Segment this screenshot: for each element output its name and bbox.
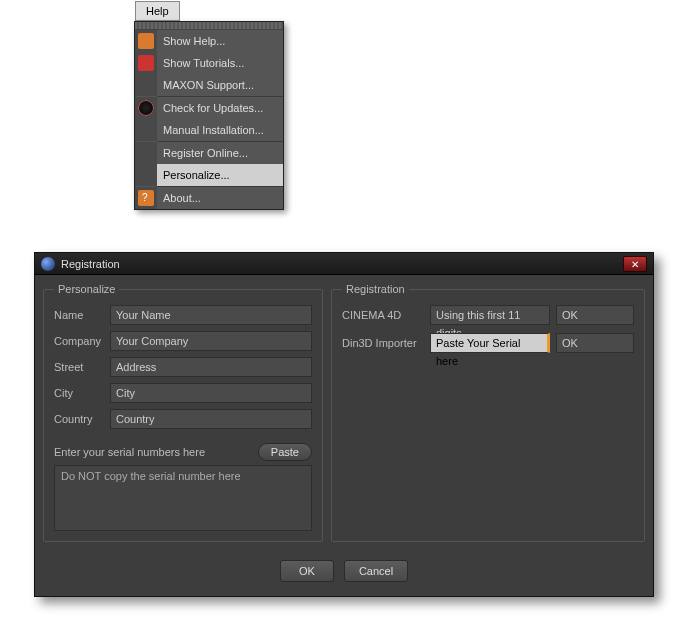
cinema4d-status: OK [556, 305, 634, 325]
close-button[interactable]: ✕ [623, 256, 647, 272]
menu-grip[interactable] [135, 22, 283, 30]
about-icon [138, 190, 154, 206]
din3d-status: OK [556, 333, 634, 353]
paste-button[interactable]: Paste [258, 443, 312, 461]
registration-group: Registration CINEMA 4D Using this first … [331, 283, 645, 542]
street-label: Street [54, 361, 110, 373]
app-icon [41, 257, 55, 271]
menu-item-check-updates[interactable]: Check for Updates... [135, 97, 283, 119]
personalize-group: Personalize Name Your Name Company Your … [43, 283, 323, 542]
serial-textarea[interactable]: Do NOT copy the serial number here [54, 465, 312, 531]
updates-icon [138, 100, 154, 116]
ok-button[interactable]: OK [280, 560, 334, 582]
company-label: Company [54, 335, 110, 347]
help-menu: Show Help... Show Tutorials... MAXON Sup… [134, 21, 284, 210]
cinema4d-label: CINEMA 4D [342, 309, 424, 321]
showhelp-icon [138, 33, 154, 49]
country-label: Country [54, 413, 110, 425]
menu-item-label: Personalize... [163, 169, 230, 181]
menu-item-personalize[interactable]: Personalize... [135, 164, 283, 186]
cancel-button[interactable]: Cancel [344, 560, 408, 582]
personalize-legend: Personalize [54, 283, 119, 295]
menu-item-about[interactable]: About... [135, 187, 283, 209]
tutorial-icon [138, 55, 154, 71]
menu-item-label: About... [163, 192, 201, 204]
din3d-input[interactable]: Paste Your Serial here [430, 333, 550, 353]
menu-item-show-help[interactable]: Show Help... [135, 30, 283, 52]
titlebar[interactable]: Registration ✕ [35, 253, 653, 275]
dialog-title: Registration [61, 258, 120, 270]
menu-item-label: Manual Installation... [163, 124, 264, 136]
registration-legend: Registration [342, 283, 409, 295]
city-input[interactable]: City [110, 383, 312, 403]
company-input[interactable]: Your Company [110, 331, 312, 351]
registration-dialog: Registration ✕ Personalize Name Your Nam… [34, 252, 654, 597]
menu-item-label: Register Online... [163, 147, 248, 159]
menu-item-register-online[interactable]: Register Online... [135, 142, 283, 164]
din3d-label: Din3D Importer [342, 337, 424, 349]
help-menu-tab[interactable]: Help [135, 1, 180, 21]
menu-item-manual-installation[interactable]: Manual Installation... [135, 119, 283, 141]
menu-item-label: Check for Updates... [163, 102, 263, 114]
city-label: City [54, 387, 110, 399]
menu-item-maxon-support[interactable]: MAXON Support... [135, 74, 283, 96]
menu-item-label: Show Tutorials... [163, 57, 244, 69]
name-label: Name [54, 309, 110, 321]
cinema4d-input[interactable]: Using this first 11 digits [430, 305, 550, 325]
country-input[interactable]: Country [110, 409, 312, 429]
name-input[interactable]: Your Name [110, 305, 312, 325]
menu-item-label: Show Help... [163, 35, 225, 47]
menu-item-show-tutorials[interactable]: Show Tutorials... [135, 52, 283, 74]
menu-item-label: MAXON Support... [163, 79, 254, 91]
street-input[interactable]: Address [110, 357, 312, 377]
serial-prompt: Enter your serial numbers here [54, 446, 258, 458]
